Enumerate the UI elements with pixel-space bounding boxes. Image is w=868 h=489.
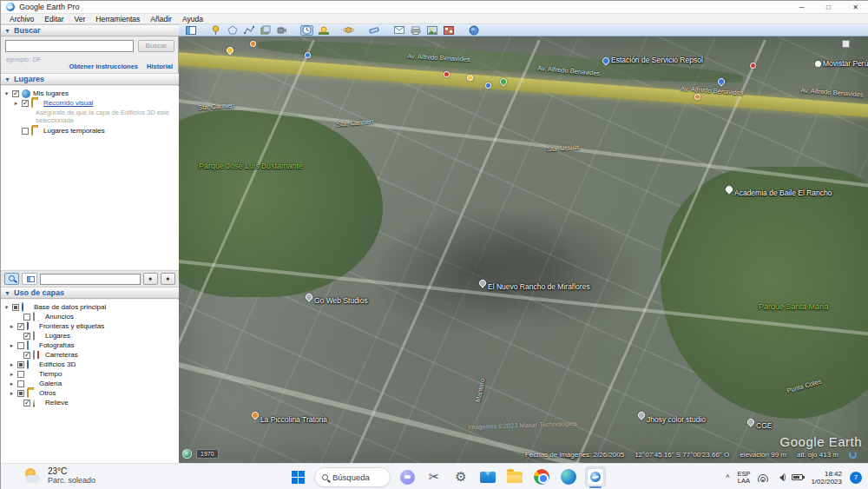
history-link[interactable]: Historial: [147, 63, 173, 70]
volume-icon[interactable]: [776, 474, 784, 481]
planets-icon[interactable]: [342, 25, 355, 36]
snipping-tool-button[interactable]: ✂: [424, 466, 444, 487]
layer-checkbox[interactable]: [23, 314, 30, 320]
collapse-triangle-icon[interactable]: ▼: [4, 76, 10, 83]
toggle-sidebar-icon[interactable]: [184, 25, 197, 36]
layer-fronteras[interactable]: ▸ Fronteras y etiquetas: [9, 321, 179, 331]
search-button[interactable]: Buscar: [138, 40, 174, 52]
minimize-button[interactable]: ─: [788, 1, 815, 14]
mail-button[interactable]: [477, 466, 498, 487]
expand-triangle-icon[interactable]: ▸: [9, 323, 15, 330]
layer-checkbox[interactable]: [17, 371, 24, 378]
layer-anuncios[interactable]: Anuncios: [15, 312, 179, 321]
restaurant-placemark-pin[interactable]: [250, 410, 260, 420]
battery-icon[interactable]: [792, 474, 803, 480]
placemark-pin[interactable]: [636, 410, 646, 420]
notification-badge[interactable]: 7: [850, 472, 862, 484]
expand-triangle-icon[interactable]: ▸: [9, 361, 15, 368]
tree-item-my-places[interactable]: ▾ Mis lugares: [3, 89, 179, 98]
previous-result-button[interactable]: ✦: [143, 273, 158, 285]
historical-clock-icon[interactable]: [182, 449, 192, 459]
record-tour-icon[interactable]: [275, 25, 288, 36]
expand-triangle-icon[interactable]: ▸: [9, 380, 15, 387]
placemark-label[interactable]: CGE: [756, 421, 772, 430]
layer-galeria[interactable]: ▸ Galería: [9, 379, 179, 388]
menu-ver[interactable]: Ver: [69, 14, 91, 24]
layer-checkbox[interactable]: [17, 361, 24, 368]
my-places-checkbox[interactable]: [12, 90, 19, 97]
menu-ayuda[interactable]: Ayuda: [177, 14, 208, 24]
layers-panel-header[interactable]: ▼ Uso de capas: [1, 287, 179, 299]
search-places-button[interactable]: [4, 273, 19, 285]
add-polygon-icon[interactable]: [226, 25, 239, 36]
layer-checkbox[interactable]: [17, 380, 24, 387]
edge-button[interactable]: [558, 466, 579, 487]
add-image-overlay-icon[interactable]: [259, 25, 272, 36]
add-placemark-icon[interactable]: [209, 25, 222, 36]
settings-button[interactable]: ⚙: [450, 466, 471, 487]
layer-otros[interactable]: ▸ Otros: [9, 388, 179, 398]
tour-link[interactable]: Recorrido visual: [43, 99, 93, 107]
placemark-label[interactable]: El Nuevo Rancho de Miraflores: [488, 282, 590, 291]
placemark-pin[interactable]: [746, 417, 755, 426]
file-explorer-button[interactable]: [504, 466, 525, 487]
placemark-dot[interactable]: [485, 83, 491, 89]
sunlight-icon[interactable]: [317, 25, 330, 36]
expand-triangle-icon[interactable]: ▸: [9, 342, 15, 349]
layer-root-checkbox[interactable]: [12, 304, 19, 311]
layer-root[interactable]: ▾ Base de datos principal: [3, 302, 179, 312]
placemark-dot[interactable]: [815, 61, 821, 67]
layer-relieve[interactable]: Relieve: [15, 398, 179, 407]
next-result-button[interactable]: ✦: [161, 273, 175, 285]
placemark-label[interactable]: Estación de Servicio Repsol: [611, 56, 703, 64]
layer-edificios3d[interactable]: ▸ Edificios 3D: [9, 360, 179, 369]
placemark-label[interactable]: Go Web Studios: [314, 296, 368, 305]
expand-triangle-icon[interactable]: ▸: [13, 100, 19, 107]
weather-widget[interactable]: 23°C Parc. soleado: [23, 466, 95, 486]
start-button[interactable]: [287, 466, 308, 487]
tree-item-tour[interactable]: ▸ Recorrido visual: [13, 98, 179, 108]
add-path-icon[interactable]: [242, 25, 255, 36]
no-entry-placemark[interactable]: [750, 63, 756, 69]
chat-button[interactable]: [397, 466, 418, 487]
taskbar-search[interactable]: Búsqueda: [314, 467, 391, 487]
layer-tiempo[interactable]: ▸ Tiempo: [9, 369, 179, 379]
layer-checkbox[interactable]: [23, 352, 30, 359]
tree-item-temporary-places[interactable]: Lugares temporales: [13, 126, 179, 135]
expand-triangle-icon[interactable]: ▸: [9, 390, 15, 397]
search-input[interactable]: [5, 40, 134, 52]
collapse-triangle-icon[interactable]: ▼: [4, 28, 10, 34]
email-icon[interactable]: [392, 25, 405, 36]
temporary-places-checkbox[interactable]: [22, 128, 29, 135]
placemark-pin[interactable]: [225, 45, 234, 55]
expand-triangle-icon[interactable]: ▾: [3, 90, 10, 97]
expand-triangle-icon[interactable]: ▸: [9, 371, 15, 378]
clock-date[interactable]: 18:42 1/02/2023: [811, 470, 842, 486]
placemark-label[interactable]: La Piccolina Tratoria: [260, 415, 327, 424]
collapse-triangle-icon[interactable]: ▼: [4, 290, 10, 296]
places-panel-header[interactable]: ▼ Lugares: [1, 73, 179, 85]
maximize-button[interactable]: □: [815, 1, 842, 14]
menu-archivo[interactable]: Archivo: [4, 14, 39, 24]
menu-anadir[interactable]: Añadir: [145, 14, 177, 24]
placemark-dot[interactable]: [250, 41, 256, 47]
view-in-google-maps-icon[interactable]: [467, 25, 480, 36]
get-directions-link[interactable]: Obtener instrucciones: [69, 63, 138, 70]
placemark-label[interactable]: Movistar Perú: [823, 59, 868, 68]
ruler-icon[interactable]: [367, 25, 380, 36]
layer-fotografias[interactable]: ▸ Fotografías: [9, 340, 179, 350]
overview-map-icon[interactable]: [842, 40, 850, 48]
placemark-label[interactable]: Academia de Baile El Rancho: [734, 188, 832, 197]
layer-checkbox[interactable]: [17, 390, 24, 397]
chrome-button[interactable]: [531, 466, 552, 487]
close-button[interactable]: ✕: [842, 1, 868, 14]
tour-checkbox[interactable]: [22, 100, 29, 107]
layer-checkbox[interactable]: [23, 333, 30, 340]
placemark-dot[interactable]: [467, 75, 473, 81]
google-earth-taskbar-button[interactable]: [585, 466, 606, 487]
map-canvas[interactable]: Estación de Servicio Repsol Movistar Per…: [179, 36, 868, 463]
layer-checkbox[interactable]: [17, 323, 24, 330]
expand-triangle-icon[interactable]: ▾: [3, 304, 10, 311]
layer-lugares[interactable]: Lugares: [15, 331, 179, 340]
show-results-button[interactable]: [22, 273, 36, 285]
